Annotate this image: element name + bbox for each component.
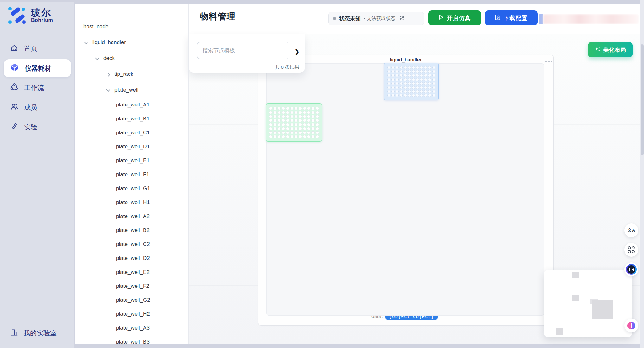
well-plate-blue[interactable]	[384, 63, 439, 100]
well	[391, 66, 395, 69]
well	[387, 86, 390, 89]
tree-item-host_node[interactable]: host_node	[75, 19, 188, 35]
tree-item-plate_well_E1[interactable]: plate_well_E1	[75, 154, 188, 168]
brand-title: 玻尔	[31, 8, 53, 17]
well	[269, 115, 272, 118]
well	[428, 90, 431, 93]
well	[273, 131, 276, 134]
tree-item-plate_well[interactable]: plate_well	[75, 82, 188, 98]
tree-item-tip_rack[interactable]: tip_rack	[75, 66, 188, 82]
chevron-down-icon[interactable]	[106, 87, 110, 92]
tree-item-plate_well_E2[interactable]: plate_well_E2	[75, 265, 188, 279]
tree-item-plate_well_F2[interactable]: plate_well_F2	[75, 279, 188, 293]
tree-item-plate_well_A2[interactable]: plate_well_A2	[75, 209, 188, 223]
tree-item-plate_well_B1[interactable]: plate_well_B1	[75, 112, 188, 126]
sidebar-item-label: 仪器耗材	[25, 64, 51, 73]
tree-item-label: plate_well_C2	[116, 241, 150, 248]
tree-item-plate_well_C2[interactable]: plate_well_C2	[75, 237, 188, 251]
well	[396, 66, 399, 69]
start-simulation-button[interactable]: 开启仿真	[428, 10, 481, 25]
tree-item-deck[interactable]: deck	[75, 50, 188, 66]
sidebar-item-label: 我的实验室	[23, 329, 57, 338]
well	[282, 115, 285, 118]
sidebar-item-instruments[interactable]: 仪器耗材	[4, 59, 71, 77]
brain-assistant-button[interactable]	[624, 319, 638, 332]
well	[311, 107, 314, 110]
tree-item-label: plate_well_C1	[116, 130, 150, 136]
node-more-menu[interactable]	[545, 61, 552, 62]
chevron-down-icon[interactable]	[95, 56, 99, 60]
tree-item-label: plate_well_B2	[116, 227, 150, 234]
sidebar-item-my-lab[interactable]: 我的实验室	[0, 325, 74, 341]
beautify-layout-button[interactable]: 美化布局	[588, 42, 633, 57]
tree-item-plate_well_H1[interactable]: plate_well_H1	[75, 196, 188, 209]
well	[273, 119, 276, 122]
workflow-icon	[10, 83, 18, 93]
tree-item-plate_well_A3[interactable]: plate_well_A3	[75, 321, 188, 335]
well	[420, 82, 423, 85]
chevron-down-icon[interactable]	[84, 40, 88, 44]
well	[391, 82, 395, 85]
minimap[interactable]	[544, 270, 632, 337]
tree-item-liquid_handler[interactable]: liquid_handler	[75, 35, 188, 50]
well	[412, 78, 415, 81]
tree-item-plate_well_D2[interactable]: plate_well_D2	[75, 251, 188, 265]
tree-item-label: plate_well_A1	[116, 102, 150, 108]
scrollbar-thumb[interactable]	[641, 44, 644, 155]
minimap-node	[572, 295, 579, 301]
tree-item-plate_well_G2[interactable]: plate_well_G2	[75, 293, 188, 307]
translate-button[interactable]: 文A	[624, 223, 638, 237]
well	[307, 119, 310, 122]
tree-item-plate_well_G1[interactable]: plate_well_G1	[75, 182, 188, 196]
well	[400, 86, 403, 89]
sidebar-item-members[interactable]: 成员	[0, 99, 74, 116]
well	[396, 82, 399, 85]
page-scrollbar[interactable]	[640, 0, 644, 348]
sidebar-item-home[interactable]: 首页	[0, 40, 74, 57]
well	[420, 66, 423, 69]
well	[282, 135, 285, 138]
well	[299, 115, 302, 118]
apps-grid-button[interactable]	[624, 243, 638, 257]
tree-item-plate_well_H2[interactable]: plate_well_H2	[75, 307, 188, 321]
well	[432, 82, 435, 85]
chevron-right-icon[interactable]	[106, 73, 110, 77]
collapse-panel-chevron-icon[interactable]: ❯	[293, 48, 301, 55]
tree-item-plate_well_B2[interactable]: plate_well_B2	[75, 223, 188, 237]
ai-assistant-button[interactable]	[624, 262, 638, 276]
download-config-button[interactable]: 下载配置	[485, 10, 538, 25]
tree-item-plate_well_C1[interactable]: plate_well_C1	[75, 126, 188, 140]
well	[400, 78, 403, 81]
well	[416, 70, 419, 73]
well	[307, 127, 310, 130]
tree-item-plate_well_A1[interactable]: plate_well_A1	[75, 98, 188, 112]
well-plate-green[interactable]	[266, 103, 322, 142]
well	[428, 74, 431, 77]
well	[396, 90, 399, 93]
tree-item-plate_well_B3[interactable]: plate_well_B3	[75, 335, 188, 344]
well	[412, 94, 415, 97]
well	[269, 111, 272, 114]
well	[316, 131, 319, 134]
sidebar-item-experiments[interactable]: 实验	[0, 118, 74, 136]
sidebar-item-label: 工作流	[24, 83, 44, 92]
minimap-node	[592, 300, 613, 319]
tree-item-plate_well_D1[interactable]: plate_well_D1	[75, 140, 188, 154]
node-tree-panel: host_nodeliquid_handlerdecktip_rackplate…	[75, 4, 188, 344]
sidebar-item-workflow[interactable]: 工作流	[0, 79, 74, 97]
sidebar: 玻尔 Bohrium 首页 仪器耗材	[0, 2, 74, 348]
well	[428, 94, 431, 97]
well	[294, 115, 298, 118]
well	[303, 123, 306, 126]
well	[286, 123, 289, 126]
tree-item-label: plate_well	[114, 87, 138, 93]
well	[412, 66, 415, 69]
well	[290, 107, 293, 110]
tree-item-plate_well_F1[interactable]: plate_well_F1	[75, 168, 188, 182]
tree-item-label: plate_well_F1	[116, 171, 149, 178]
refresh-icon[interactable]	[399, 15, 405, 22]
deck-area[interactable]	[266, 63, 544, 316]
status-label: 状态未知	[339, 15, 361, 22]
well	[432, 78, 435, 81]
search-input[interactable]	[197, 42, 289, 59]
